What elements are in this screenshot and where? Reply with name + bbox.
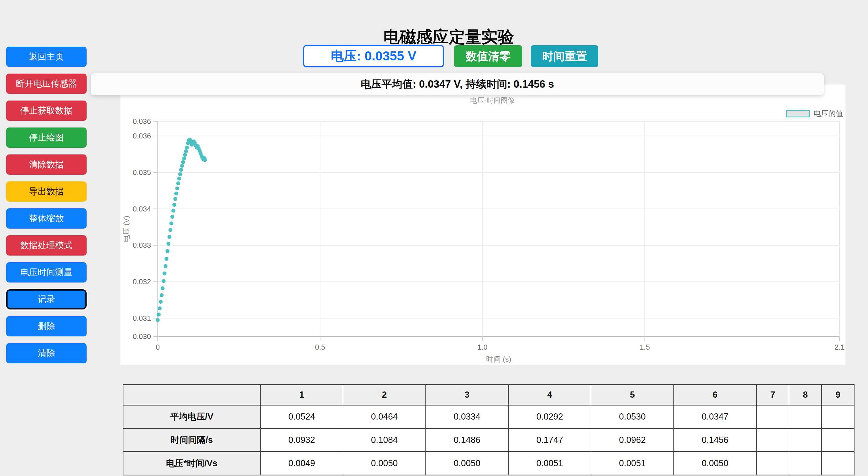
data-point (174, 192, 178, 196)
table-cell: 0.0049 (260, 452, 343, 475)
svg-text:0.034: 0.034 (133, 205, 151, 213)
data-point (167, 235, 172, 239)
row-label: 电压*时间/Vs (123, 452, 260, 475)
data-point (176, 181, 180, 185)
sidebar-button-clear[interactable]: 清除 (6, 343, 87, 363)
reset-time-button[interactable]: 时间重置 (531, 45, 598, 67)
svg-text:0.036: 0.036 (133, 117, 151, 126)
voltage-readout: 电压: 0.0355 V (303, 45, 444, 67)
data-point (166, 242, 170, 246)
chart-card: 电压-时间图像 电压的值 0.0360.0360.0350.0340.0330.… (120, 84, 845, 365)
table-cell: 0.0051 (508, 452, 591, 475)
sidebar-button-stop-acquiring-data[interactable]: 停止获取数据 (6, 101, 87, 121)
data-point (164, 257, 168, 261)
table-cell (822, 452, 854, 475)
data-point (180, 164, 184, 168)
svg-text:0.032: 0.032 (133, 277, 151, 286)
table-row: 平均电压/V0.05240.04640.03340.02920.05300.03… (123, 405, 854, 429)
data-point (184, 149, 188, 153)
sidebar-button-record[interactable]: 记录 (6, 289, 87, 309)
sidebar: 返回主页断开电压传感器停止获取数据停止绘图清除数据导出数据整体缩放数据处理模式电… (6, 46, 87, 363)
sidebar-button-delete[interactable]: 删除 (6, 316, 87, 336)
data-point (178, 172, 182, 176)
table-cell: 0.0530 (591, 405, 674, 429)
svg-text:0.031: 0.031 (133, 314, 151, 322)
table-row: 时间间隔/s0.09320.10840.14860.17470.09620.14… (123, 429, 854, 452)
svg-text:0.035: 0.035 (133, 168, 151, 177)
data-point (169, 222, 174, 226)
table-header-cell: 9 (822, 385, 854, 405)
table-cell (789, 452, 822, 475)
table-cell: 0.0932 (260, 429, 343, 452)
table-header-cell: 2 (343, 385, 426, 405)
svg-text:0: 0 (156, 343, 160, 351)
svg-text:0.030: 0.030 (133, 332, 151, 341)
data-point (179, 168, 183, 172)
data-point (177, 177, 181, 180)
table-cell: 0.0464 (343, 405, 426, 429)
sidebar-button-back-home[interactable]: 返回主页 (6, 46, 87, 67)
svg-text:0.5: 0.5 (315, 343, 325, 351)
sidebar-button-zoom-all[interactable]: 整体缩放 (6, 208, 87, 229)
data-point (182, 157, 186, 160)
table-cell: 0.0334 (426, 405, 508, 429)
data-point (173, 197, 177, 201)
sidebar-button-voltage-time-measurement[interactable]: 电压时间测量 (6, 262, 87, 282)
table-cell (822, 405, 854, 429)
sidebar-button-disconnect-voltage-sensor[interactable]: 断开电压传感器 (6, 74, 87, 94)
axis-labels: 0.0360.0360.0350.0340.0330.0320.0310.030… (133, 117, 845, 351)
data-point (166, 249, 169, 253)
data-point (183, 153, 187, 157)
data-point (203, 158, 207, 162)
table-header-cell: 3 (426, 385, 508, 405)
sidebar-button-clear-data[interactable]: 清除数据 (6, 155, 87, 175)
data-point (173, 203, 176, 207)
data-point (162, 279, 166, 283)
voltage-time-plot: 0.0360.0360.0350.0340.0330.0320.0310.030… (120, 84, 845, 365)
svg-text:0.033: 0.033 (133, 241, 151, 249)
data-point (168, 228, 173, 232)
table-cell (822, 429, 854, 452)
table-cell: 0.0050 (426, 452, 508, 475)
table-header-cell: 4 (508, 385, 591, 405)
table-cell (789, 405, 822, 429)
table-cell: 0.0051 (591, 452, 674, 475)
data-point (159, 300, 162, 304)
clear-values-button[interactable]: 数值清零 (454, 45, 522, 67)
table-cell: 0.0347 (674, 405, 756, 429)
average-value-text: 电压平均值: 0.0347 V, 持续时间: 0.1456 s (361, 77, 554, 91)
data-point (185, 145, 189, 149)
table-cell (756, 452, 789, 475)
table-cell: 0.0292 (508, 405, 591, 429)
svg-text:2.1: 2.1 (835, 343, 845, 351)
svg-text:0.036: 0.036 (133, 132, 151, 140)
axis-titles: 电压 (V)时间 (s) (122, 216, 511, 363)
row-label: 时间间隔/s (123, 429, 260, 452)
svg-text:1.0: 1.0 (477, 343, 488, 351)
data-table: 123456789 平均电压/V0.05240.04640.03340.0292… (123, 384, 855, 475)
average-value-banner: 电压平均值: 0.0347 V, 持续时间: 0.1456 s (91, 73, 824, 95)
data-point (175, 186, 179, 191)
table-header-cell: 5 (591, 385, 674, 405)
data-point (160, 286, 164, 291)
data-point (181, 160, 185, 164)
data-point (157, 312, 160, 316)
sidebar-button-data-processing-mode[interactable]: 数据处理模式 (6, 235, 87, 256)
table-cell: 0.1747 (508, 429, 591, 452)
table-cell: 0.1486 (426, 429, 508, 452)
sidebar-button-export-data[interactable]: 导出数据 (6, 181, 87, 202)
data-point (171, 209, 175, 213)
table-cell: 0.0524 (260, 405, 343, 429)
data-point (164, 264, 167, 268)
data-points (156, 138, 207, 322)
sidebar-button-stop-plotting[interactable]: 停止绘图 (6, 128, 87, 148)
data-point (162, 271, 166, 275)
table-cell (756, 429, 789, 452)
gridlines (158, 121, 840, 336)
table-header-cell: 8 (789, 385, 822, 405)
table-cell (789, 429, 822, 452)
data-point (158, 306, 162, 310)
table-cell: 0.1456 (674, 429, 756, 452)
table-cell (756, 405, 789, 429)
row-label: 平均电压/V (123, 405, 260, 429)
